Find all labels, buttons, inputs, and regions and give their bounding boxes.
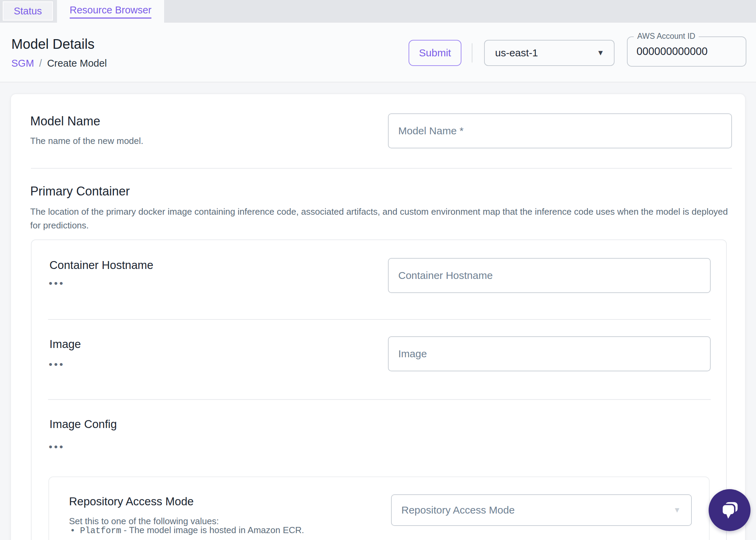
option-code: Platform [80, 526, 121, 536]
repository-access-mode-placeholder: Repository Access Mode [392, 504, 673, 516]
breadcrumb-link-sgm[interactable]: SGM [11, 58, 34, 69]
ellipsis-icon: ••• [49, 441, 65, 452]
page-title: Model Details [11, 36, 94, 52]
region-select-value: us-east-1 [485, 47, 597, 59]
row-divider [48, 399, 711, 400]
option-text: - The model image is hosted in Amazon EC… [124, 525, 304, 535]
ellipsis-icon: ••• [49, 359, 65, 370]
primary-container-group: Container Hostname ••• Image ••• Image C… [31, 239, 727, 540]
tab-resource-browser[interactable]: Resource Browser [57, 0, 164, 23]
model-details-card: Model Name The name of the new model. Pr… [10, 93, 746, 540]
breadcrumb: SGM / Create Model [11, 58, 107, 69]
image-more-button[interactable]: ••• [49, 361, 65, 368]
aws-account-id-value: 000000000000 [637, 37, 708, 66]
section-divider [31, 168, 732, 169]
region-select[interactable]: us-east-1 ▼ [484, 40, 615, 66]
chevron-down-icon: ▼ [597, 48, 614, 57]
repository-access-mode-options-list: Platform - The model image is hosted in … [69, 525, 371, 540]
image-config-more-button[interactable]: ••• [49, 443, 65, 450]
image-input[interactable] [388, 336, 711, 371]
chat-widget-button[interactable] [709, 489, 751, 531]
image-config-group: Repository Access Mode Set this to one o… [48, 476, 710, 540]
row-divider [48, 319, 711, 320]
model-name-input[interactable] [388, 113, 732, 148]
tab-resource-browser-label: Resource Browser [70, 4, 152, 19]
container-hostname-input[interactable] [388, 258, 711, 293]
tab-status-label: Status [14, 5, 42, 17]
list-item: Platform - The model image is hosted in … [69, 525, 371, 537]
repository-access-mode-select[interactable]: Repository Access Mode ▼ [391, 494, 692, 526]
tab-status[interactable]: Status [3, 1, 53, 21]
repository-access-mode-label: Repository Access Mode [69, 495, 194, 508]
submit-button[interactable]: Submit [409, 40, 461, 66]
breadcrumb-current: Create Model [47, 58, 107, 69]
primary-container-label: Primary Container [30, 184, 130, 199]
image-config-label: Image Config [49, 418, 117, 431]
model-name-description: The name of the new model. [30, 134, 144, 148]
page-header: Model Details SGM / Create Model Submit … [0, 23, 756, 82]
ellipsis-icon: ••• [49, 278, 65, 289]
image-label: Image [49, 338, 81, 351]
chevron-down-icon: ▼ [673, 506, 691, 515]
chat-bubbles-icon [718, 499, 741, 521]
tab-bar: Status Resource Browser [0, 0, 756, 23]
container-hostname-more-button[interactable]: ••• [49, 280, 65, 287]
primary-container-description: The location of the primary docker image… [30, 205, 733, 232]
header-divider [472, 43, 472, 63]
aws-account-id-field[interactable]: AWS Account ID 000000000000 [627, 36, 746, 67]
model-name-label: Model Name [30, 114, 100, 128]
container-hostname-label: Container Hostname [49, 259, 153, 272]
breadcrumb-separator: / [39, 58, 42, 69]
